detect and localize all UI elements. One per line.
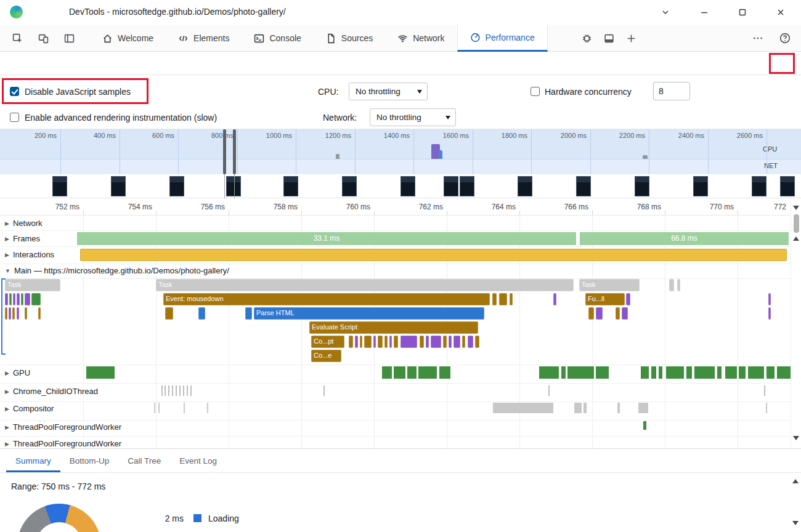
gpu-bar[interactable] [666,366,684,379]
gpu-bar[interactable] [777,366,791,379]
flame-bar[interactable] [13,293,15,305]
add-tab-icon[interactable] [620,25,643,52]
filmstrip-thumbnail[interactable] [342,176,357,196]
flame-bar[interactable] [499,293,507,305]
flame-bar[interactable] [492,293,497,305]
flame-bar[interactable] [768,293,771,305]
flame-bar[interactable] [9,307,11,320]
dock-layout-icon[interactable] [598,25,620,52]
overview-window-left-handle[interactable] [223,129,226,174]
flame-bar[interactable] [198,307,205,320]
flame-bar[interactable] [349,336,353,348]
tab-summary[interactable]: Summary [6,449,60,472]
filmstrip-thumbnail[interactable] [444,176,458,196]
flame-bar[interactable] [355,336,358,348]
help-icon[interactable] [776,30,794,47]
flame-bar[interactable] [453,336,460,348]
flame-bar[interactable] [420,336,424,348]
filmstrip-thumbnail[interactable] [283,176,298,196]
hardware-concurrency-input[interactable] [653,82,690,100]
experiments-chip-icon[interactable] [576,25,598,52]
filmstrip-thumbnail[interactable] [400,176,415,196]
flame-bar[interactable] [25,307,27,320]
tab-bottom-up[interactable]: Bottom-Up [60,449,119,472]
track-threadpool-1[interactable]: ▶ThreadPoolForegroundWorker [4,422,125,432]
gpu-bar[interactable] [651,366,656,379]
flame-bar[interactable] [510,293,513,305]
gpu-bar[interactable] [567,366,594,379]
tab-welcome[interactable]: Welcome [90,25,166,52]
device-emulation-icon[interactable] [35,30,52,47]
flame-bar[interactable] [443,336,447,348]
gpu-bar[interactable] [748,366,764,379]
flame-bar[interactable] [669,279,674,291]
flame-bar[interactable] [378,336,383,348]
gpu-bar[interactable] [439,366,450,379]
advanced-rendering-checkbox[interactable] [10,113,19,122]
flame-bar[interactable] [462,336,465,348]
flame-bar[interactable] [768,307,771,320]
flame-bar[interactable] [12,307,15,320]
flame-bar[interactable] [165,307,173,320]
hardware-concurrency-checkbox[interactable] [531,87,540,96]
gpu-bar[interactable] [686,366,692,379]
flame-bar[interactable] [553,293,556,305]
tab-performance[interactable]: Performance [457,25,548,52]
flame-bar[interactable]: Task [579,279,640,291]
summary-scrollbar[interactable] [791,473,801,532]
track-gpu[interactable]: ▶GPU [4,368,34,378]
frames-bar[interactable]: 66.8 ms [580,232,789,245]
gpu-bar[interactable] [659,366,662,379]
gpu-bar[interactable] [382,366,392,379]
scroll-up-icon[interactable] [792,479,799,483]
minimize-button[interactable] [695,4,714,21]
overview-window-right-handle[interactable] [233,129,236,174]
gpu-bar[interactable] [596,366,609,379]
flame-bar[interactable] [360,336,362,348]
dock-menu-chevron-icon[interactable] [656,4,675,21]
close-button[interactable] [771,4,790,21]
filmstrip-thumbnail[interactable] [576,176,591,196]
interactions-bar[interactable] [80,249,787,261]
gpu-bar[interactable] [641,366,649,379]
gpu-bar[interactable] [539,366,559,379]
filmstrip-thumbnail[interactable] [693,176,708,196]
flame-bar[interactable]: Event: mousedown [163,293,490,305]
flame-bar[interactable]: Task [156,279,574,291]
flame-bar[interactable] [31,293,41,305]
tab-event-log[interactable]: Event Log [170,449,226,472]
network-throttle-select[interactable]: No throttling [370,108,456,126]
gpu-bar[interactable] [694,366,715,379]
flame-bar[interactable]: Co...e [311,350,341,362]
inspect-icon[interactable] [9,30,26,47]
gpu-bar[interactable] [561,366,566,379]
flame-bar[interactable] [616,307,620,320]
track-network[interactable]: ▶Network [4,218,46,228]
flame-bar[interactable] [626,293,630,305]
flame-bar[interactable]: Parse HTML [254,307,484,320]
gpu-bar[interactable] [418,366,437,379]
cpu-throttle-select[interactable]: No throttling [349,83,428,100]
flame-bar[interactable] [394,336,398,348]
flame-bar[interactable] [400,336,417,348]
filmstrip-thumbnail[interactable] [460,176,474,196]
filmstrip-thumbnail[interactable] [635,176,649,196]
tracks-scrollbar[interactable] [791,198,801,448]
track-frames[interactable]: ▶Frames [4,233,44,244]
scroll-down-icon[interactable] [793,436,799,440]
tab-call-tree[interactable]: Call Tree [118,449,170,472]
focus-panel-icon[interactable] [60,30,78,47]
flame-bar[interactable]: Task [5,279,60,291]
flame-bar[interactable]: Co...pt [311,336,344,348]
flame-bar[interactable] [449,336,452,348]
gpu-bar[interactable] [394,366,405,379]
flame-bar[interactable] [364,336,372,348]
gpu-bar[interactable] [725,366,737,379]
maximize-button[interactable] [733,4,752,21]
flame-bar[interactable] [475,336,479,348]
flame-bar[interactable] [245,307,252,320]
gpu-bar[interactable] [766,366,775,379]
disable-js-samples-checkbox[interactable] [10,87,19,96]
filmstrip-thumbnail[interactable] [52,176,67,196]
filmstrip-thumbnail[interactable] [169,176,184,196]
